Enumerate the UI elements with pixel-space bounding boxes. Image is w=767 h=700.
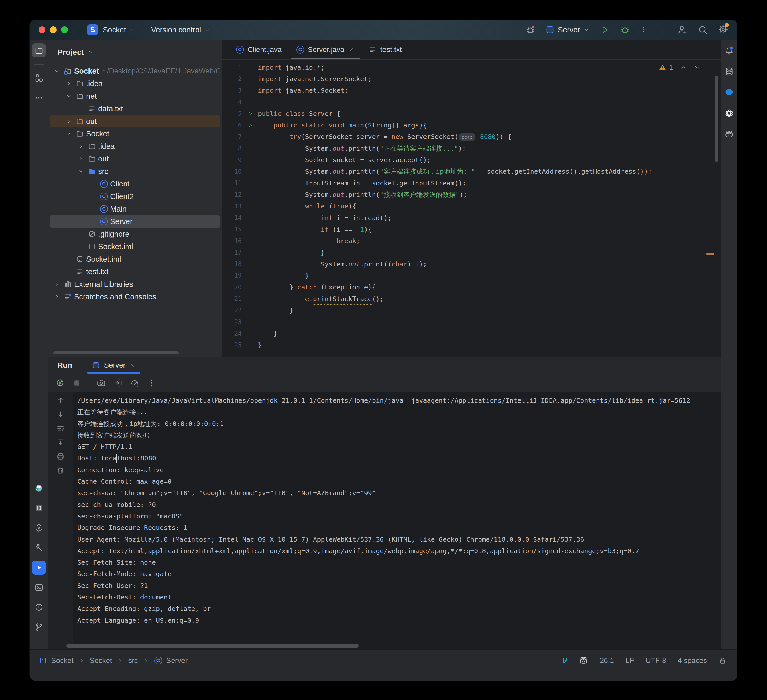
minimize-window-button[interactable]: [50, 26, 57, 33]
breadcrumb-item-src[interactable]: src: [128, 656, 138, 665]
code-text[interactable]: try(ServerSocket server = new ServerSock…: [258, 133, 511, 140]
tree-item-data-txt[interactable]: data.txt: [49, 102, 220, 115]
close-icon[interactable]: [129, 362, 135, 368]
editor-tab-client-java[interactable]: CClient.java: [229, 40, 289, 59]
toolwindow-services-button[interactable]: [32, 521, 46, 535]
toolwindow-project-button[interactable]: [32, 43, 46, 57]
tree-item-scratches-and-consoles[interactable]: Scratches and Consoles: [49, 290, 220, 303]
toolwindow-notifications-button[interactable]: [722, 44, 736, 57]
breadcrumb-item-server[interactable]: Server: [166, 656, 188, 665]
tree-item-net[interactable]: net: [49, 90, 220, 102]
code-text[interactable]: }: [258, 272, 309, 279]
code-text[interactable]: }: [258, 330, 277, 337]
file-encoding[interactable]: UTF-8: [646, 656, 666, 665]
project-panel-header[interactable]: Project: [48, 40, 222, 65]
code-text[interactable]: import java.net.Socket;: [258, 87, 348, 94]
toolwindow-scratches-button[interactable]: [32, 501, 46, 515]
indent-setting[interactable]: 4 spaces: [678, 656, 707, 665]
code-text[interactable]: }: [258, 307, 293, 314]
code-text[interactable]: InputStream in = socket.getInputStream()…: [258, 179, 466, 187]
chevron-down-icon[interactable]: [64, 130, 74, 137]
breadcrumb-item-socket[interactable]: Socket: [51, 656, 74, 665]
chevron-right-icon[interactable]: [76, 143, 86, 150]
toolwindow-gopher-plugin-button[interactable]: [32, 481, 46, 495]
scroll-up-icon[interactable]: [56, 396, 65, 404]
mute-bug-icon[interactable]: [525, 25, 535, 35]
tree-item-server[interactable]: CServer: [49, 215, 220, 228]
tree-item-test-txt[interactable]: test.txt: [49, 265, 220, 278]
code-text[interactable]: System.out.println("客户端连接成功，ip地址为: " + s…: [258, 167, 652, 176]
tree-item-external-libraries[interactable]: External Libraries: [49, 278, 220, 290]
code-text[interactable]: Socket socket = server.accept();: [258, 156, 431, 164]
code-text[interactable]: if (i == -1){: [258, 226, 372, 233]
toolwindow-ai-assistant-button[interactable]: [722, 107, 736, 120]
toolwindow-more-tool-windows-button[interactable]: [32, 91, 46, 105]
chevron-down-icon[interactable]: [52, 67, 62, 75]
scroll-down-icon[interactable]: [56, 410, 65, 418]
chevron-down-icon[interactable]: [64, 92, 74, 100]
project-menu-button[interactable]: Socket: [103, 26, 135, 34]
rerun-icon[interactable]: [55, 378, 65, 387]
code-text[interactable]: }: [258, 249, 325, 256]
toolwindow-terminal-button[interactable]: [32, 580, 46, 595]
screenshot-icon[interactable]: [97, 378, 106, 387]
unlock-icon[interactable]: [718, 656, 727, 665]
profiler-icon[interactable]: [130, 378, 139, 387]
run-line-icon[interactable]: [242, 122, 258, 129]
editor-vertical-scrollbar[interactable]: [715, 76, 718, 162]
tree-item-src[interactable]: src: [49, 165, 220, 178]
code-text[interactable]: System.out.println("正在等待客户端连接...");: [258, 144, 466, 153]
scroll-to-end-icon[interactable]: [56, 438, 65, 446]
tree-item-socket[interactable]: Socket~/Desktop/CS/JavaEE/1 JavaWeb/C: [49, 65, 220, 77]
tree-item-main[interactable]: CMain: [49, 203, 220, 215]
prev-problem-icon[interactable]: [679, 64, 687, 71]
toolwindow-database-button[interactable]: [722, 65, 736, 78]
code-with-me-icon[interactable]: [677, 25, 687, 35]
code-text[interactable]: } catch (Exception e){: [258, 284, 376, 291]
zoom-window-button[interactable]: [61, 26, 68, 33]
chevron-right-icon[interactable]: [76, 155, 86, 163]
tree-item-socket-iml[interactable]: Socket.iml: [49, 253, 220, 265]
tree-item-idea[interactable]: .idea: [49, 77, 220, 90]
project-horizontal-scrollbar[interactable]: [53, 351, 178, 354]
close-icon[interactable]: [348, 46, 354, 53]
plugin-badge[interactable]: V: [562, 656, 567, 665]
line-separator[interactable]: LF: [625, 656, 634, 665]
stop-icon[interactable]: [72, 378, 81, 387]
tree-item-out[interactable]: out: [49, 115, 220, 128]
code-text[interactable]: int i = in.read();: [258, 214, 391, 222]
tree-item-gitignore[interactable]: .gitignore: [49, 228, 220, 240]
print-icon[interactable]: [56, 452, 65, 461]
chevron-right-icon[interactable]: [64, 118, 74, 125]
run-button[interactable]: [599, 25, 610, 35]
more-actions-icon[interactable]: [640, 25, 647, 35]
tree-item-idea[interactable]: .idea: [49, 140, 220, 153]
copilot-status-icon[interactable]: [579, 656, 588, 665]
toolwindow-problems-button[interactable]: [32, 600, 46, 614]
run-line-icon[interactable]: [242, 110, 258, 117]
chevron-down-icon[interactable]: [76, 168, 86, 175]
code-text[interactable]: break;: [258, 237, 360, 245]
toolwindow-build-button[interactable]: [32, 541, 46, 555]
toolwindow-copilot-button[interactable]: [722, 128, 736, 141]
chevron-right-icon[interactable]: [64, 80, 74, 87]
code-text[interactable]: public class Server {: [258, 110, 341, 118]
console-output[interactable]: /Users/eve/Library/Java/JavaVirtualMachi…: [73, 392, 721, 649]
code-text[interactable]: while (true){: [258, 203, 356, 210]
editor-tab-server-java[interactable]: CServer.java: [289, 40, 361, 59]
toolwindow-version-control-button[interactable]: [32, 620, 46, 634]
more-icon[interactable]: [147, 378, 156, 387]
editor-tab-test-txt[interactable]: test.txt: [361, 40, 409, 59]
run-configuration-selector[interactable]: Server: [545, 25, 589, 35]
tree-item-client[interactable]: CClient: [49, 178, 220, 190]
debug-button[interactable]: [620, 25, 630, 35]
console-horizontal-scrollbar[interactable]: [66, 644, 359, 648]
code-text[interactable]: e.printStackTrace();: [258, 295, 384, 303]
code-text[interactable]: import java.net.ServerSocket;: [258, 75, 372, 83]
next-problem-icon[interactable]: [693, 64, 701, 71]
code-text[interactable]: }: [258, 341, 262, 349]
soft-wrap-icon[interactable]: [56, 424, 65, 432]
editor[interactable]: 1import java.io.*;2import java.net.Serve…: [222, 59, 721, 357]
clear-icon[interactable]: [56, 467, 65, 475]
toolwindow-run-button[interactable]: [32, 561, 46, 575]
